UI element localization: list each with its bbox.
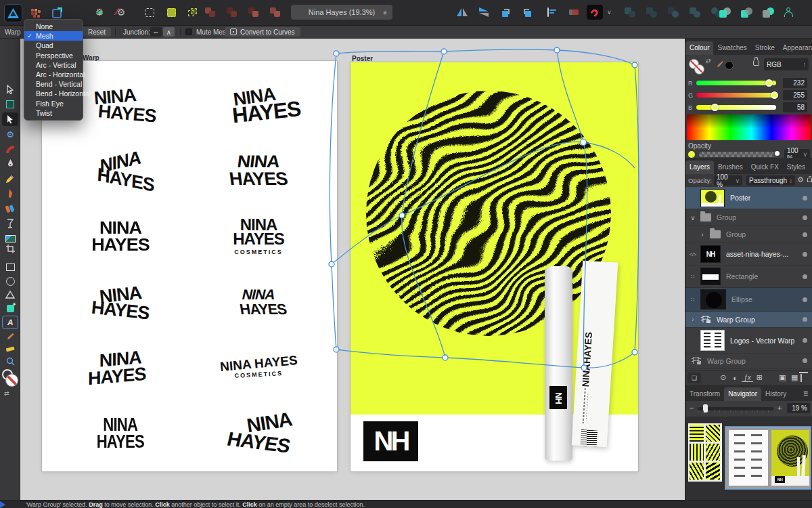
channel-r-value[interactable]: 232 — [783, 78, 807, 88]
geometry-add-icon[interactable] — [621, 4, 639, 20]
layer-visibility-dot[interactable] — [803, 232, 807, 237]
layer-visibility-dot[interactable] — [803, 215, 807, 220]
boolean-subtract-icon[interactable] — [223, 4, 241, 20]
fx-icon[interactable]: ƒx — [742, 374, 754, 382]
boolean-divide-icon[interactable] — [267, 4, 284, 20]
op-art-circle[interactable] — [365, 90, 612, 337]
snapping-magnet-icon[interactable] — [587, 5, 603, 20]
tab-stroke[interactable]: Stroke — [751, 41, 779, 55]
logo-variant-9[interactable]: NINAHAYES — [91, 351, 150, 384]
eyedropper-icon[interactable] — [715, 60, 724, 69]
affinity-designer-app-icon[interactable] — [4, 4, 22, 22]
tab-appearance[interactable]: Appearance — [779, 41, 812, 55]
layer-lock-icon[interactable] — [807, 178, 812, 182]
channel-r-slider[interactable] — [696, 81, 776, 85]
move-tool[interactable] — [2, 83, 18, 96]
logo-variant-6[interactable]: NINAHAYESCOSMETICS — [233, 217, 284, 255]
flip-vertical-icon[interactable] — [475, 4, 493, 20]
transform-origin-icon[interactable] — [543, 4, 561, 20]
menu-item-twist[interactable]: Twist — [24, 108, 83, 118]
menu-item-none[interactable]: None — [24, 22, 83, 31]
tab-quick-fx[interactable]: Quick FX — [747, 161, 783, 174]
junction-smooth-button[interactable]: ∼ — [150, 27, 162, 37]
colour-mode-select[interactable]: RGB ↕ — [764, 58, 809, 70]
edit-all-layers-icon[interactable]: ❏ — [687, 373, 701, 383]
document-tab[interactable]: Nina Hayes (19.3%) ∗ — [291, 5, 392, 20]
layer-visibility-dot[interactable] — [803, 297, 807, 302]
fill-stroke-swatches[interactable] — [2, 369, 18, 389]
poster-artboard-label[interactable]: Poster — [352, 55, 373, 62]
channel-g-value[interactable]: 255 — [783, 90, 807, 100]
marquee-fill-select-icon[interactable] — [162, 4, 180, 20]
tab-swatches[interactable]: Swatches — [713, 41, 750, 55]
cosmetic-tube[interactable]: NH — [545, 266, 572, 461]
marquee-select-icon[interactable] — [141, 4, 158, 20]
zoom-in-icon[interactable]: + — [777, 404, 782, 412]
layer-visibility-dot[interactable] — [803, 196, 807, 200]
snapping-options-chevron-icon[interactable]: ∨ — [607, 9, 612, 16]
boolean-add-icon[interactable] — [202, 4, 219, 20]
poster-artboard[interactable]: NH NINAHAYES NH — [351, 62, 638, 471]
insert-target-icon[interactable] — [565, 4, 583, 20]
layer-settings-gear-icon[interactable]: ⚙ — [797, 175, 804, 184]
layer-visibility-dot[interactable] — [803, 252, 807, 257]
layer-row-ellipse[interactable]: ∷ Ellipse — [685, 288, 812, 312]
tab-history[interactable]: History — [761, 387, 790, 401]
layer-visibility-dot[interactable] — [803, 317, 807, 322]
style-clear-settings-icon[interactable]: ⚙∕ — [112, 4, 130, 20]
layer-row-warp-group-2[interactable]: Warp Group — [685, 354, 812, 368]
logo-variant-8[interactable]: NINAHAYES — [234, 288, 283, 316]
order-front-icon[interactable] — [759, 4, 777, 20]
pencil-tool[interactable] — [2, 172, 18, 186]
menu-item-mesh[interactable]: ✓Mesh — [24, 31, 83, 41]
logo-variant-2[interactable]: NINAHAYES — [229, 88, 288, 121]
menu-item-arc-horizontal[interactable]: Arc - Horizontal — [24, 70, 83, 79]
rotate-cw-icon[interactable] — [518, 4, 536, 20]
point-transform-tool[interactable]: ⚙ — [2, 127, 18, 141]
menu-item-bend-vertical[interactable]: Bend - Vertical — [24, 79, 83, 89]
tab-navigator[interactable]: Navigator — [724, 387, 761, 401]
fill-colour-swatch[interactable] — [694, 64, 704, 75]
layers-panel-menu-icon[interactable]: ≡ — [809, 162, 812, 174]
layer-visibility-dot[interactable] — [803, 358, 807, 363]
flip-horizontal-icon[interactable] — [453, 4, 471, 20]
channel-g-knob[interactable] — [771, 91, 778, 99]
logo-variant-4[interactable]: NINAHAYES — [229, 154, 288, 187]
channel-b-knob[interactable] — [711, 104, 719, 111]
swap-colours-icon[interactable]: ⇄ — [706, 58, 711, 64]
layer-row-group-2[interactable]: › Group — [685, 226, 812, 243]
layer-visibility-dot[interactable] — [803, 274, 807, 279]
canvas[interactable]: Warp Poster NINAHAYES NINAHAYES NINAHAYE… — [20, 39, 685, 500]
artboard-tool[interactable] — [2, 98, 18, 111]
navigator-viewport[interactable]: NH — [725, 426, 811, 490]
layer-row-logos-vector-warp[interactable]: Logos - Vector Warp — [685, 328, 812, 354]
mask-layer-icon[interactable]: ⊙ — [717, 373, 729, 382]
swap-fill-stroke-icon[interactable]: ⇄ — [4, 390, 9, 397]
layer-row-asset[interactable]: </> NH asset-nina-hayes-... — [685, 243, 812, 266]
shape-builder-tool[interactable]: ✦ — [2, 301, 18, 315]
blend-ranges-icon[interactable]: ▦ — [788, 373, 800, 382]
logo-variant-5[interactable]: NINAHAYES — [91, 219, 150, 253]
tab-styles[interactable]: Styles — [783, 161, 809, 174]
expand-chevron-icon[interactable]: ∨ — [685, 214, 700, 221]
order-back-icon[interactable] — [716, 4, 734, 20]
layer-row-rectangle[interactable]: ∷ Rectangle — [685, 266, 812, 288]
node-tool[interactable] — [2, 112, 18, 126]
logo-variant-7[interactable]: NINAHAYES — [91, 285, 150, 318]
colour-picker-tool[interactable] — [2, 330, 18, 343]
tab-brushes[interactable]: Brushes — [714, 161, 747, 174]
transparency-tool[interactable] — [2, 217, 18, 230]
zoom-out-icon[interactable]: − — [690, 404, 694, 412]
menu-item-quad[interactable]: Quad — [24, 41, 83, 50]
warp-tool[interactable]: A — [2, 316, 18, 329]
layer-row-warp-group-1[interactable]: › Warp Group — [685, 312, 812, 328]
delete-layer-icon[interactable] — [800, 374, 812, 381]
menu-item-fish-eye[interactable]: Fish Eye — [24, 99, 83, 108]
layer-visibility-dot[interactable] — [803, 338, 807, 343]
zoom-value-box[interactable]: 19 % — [787, 403, 810, 413]
opacity-knob[interactable] — [773, 150, 781, 157]
layers-opacity-select[interactable]: 100 %∨ — [714, 175, 742, 186]
tab-layers[interactable]: Layers — [685, 161, 714, 174]
geometry-subtract-icon[interactable] — [643, 4, 660, 20]
tab-transform[interactable]: Transform — [685, 387, 724, 401]
